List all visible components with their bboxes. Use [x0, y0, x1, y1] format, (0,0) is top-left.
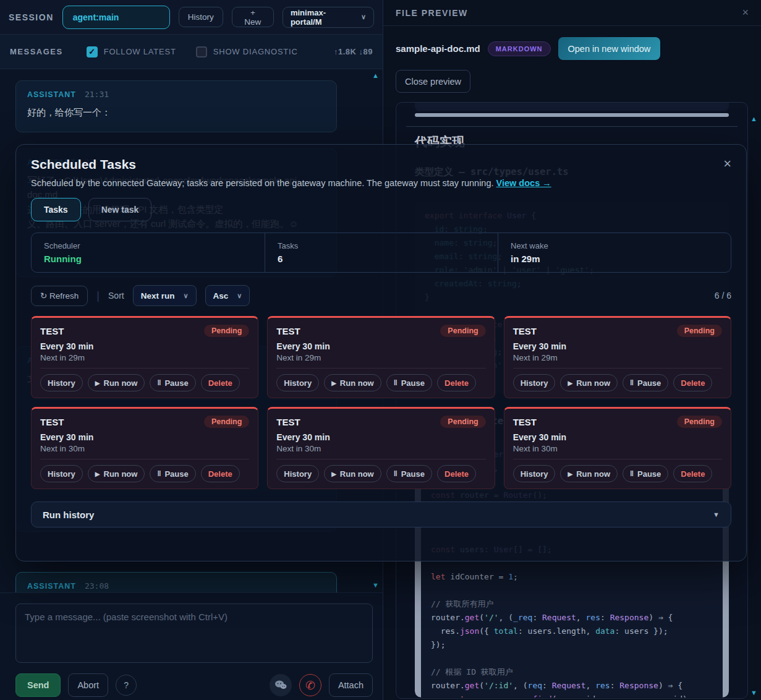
- task-history-button[interactable]: History: [513, 374, 556, 391]
- task-run-now-button[interactable]: ▶Run now: [560, 374, 618, 391]
- composer: Send Abort ? ✆ Attach: [0, 592, 383, 700]
- play-icon: ▶: [95, 380, 100, 386]
- task-run-now-button[interactable]: ▶Run now: [88, 465, 145, 482]
- message-time: 21:31: [85, 90, 109, 99]
- order-select[interactable]: Asc ∨: [205, 285, 250, 306]
- task-pause-button[interactable]: ‖Pause: [150, 465, 195, 482]
- scroll-up-icon[interactable]: ▲: [372, 72, 379, 79]
- task-schedule: Every 30 min: [513, 341, 722, 351]
- task-delete-button[interactable]: Delete: [673, 465, 712, 482]
- tab-new-task[interactable]: New task: [88, 198, 152, 221]
- model-select[interactable]: minimax-portal/M ∨: [283, 7, 374, 28]
- task-card: TEST Pending Every 30 min Next in 30m Hi…: [267, 407, 495, 489]
- follow-latest-checkbox[interactable]: ✓: [87, 46, 98, 58]
- message-input[interactable]: [15, 604, 373, 663]
- scroll-up-icon[interactable]: ▲: [750, 115, 757, 122]
- message-assistant-2308: ASSISTANT 23:08: [15, 572, 337, 592]
- task-run-now-button[interactable]: ▶Run now: [324, 374, 381, 391]
- attach-button[interactable]: Attach: [329, 673, 373, 697]
- task-pause-button[interactable]: ‖Pause: [150, 374, 195, 391]
- divider: [513, 368, 722, 369]
- file-name: sample-api-doc.md: [396, 43, 480, 54]
- modal-tabs: Tasks New task: [31, 198, 731, 221]
- scroll-down-icon[interactable]: ▼: [372, 581, 379, 589]
- task-grid: TEST Pending Every 30 min Next in 29m Hi…: [31, 316, 731, 489]
- play-icon: ▶: [568, 380, 572, 386]
- refresh-button[interactable]: ↻ Refresh: [31, 286, 88, 306]
- task-card: TEST Pending Every 30 min Next in 30m Hi…: [31, 407, 258, 489]
- message-role: ASSISTANT: [27, 90, 76, 99]
- task-status-badge: Pending: [204, 325, 249, 337]
- send-button[interactable]: Send: [15, 673, 61, 697]
- task-history-button[interactable]: History: [40, 374, 83, 391]
- close-preview-button[interactable]: Close preview: [396, 70, 470, 93]
- whatsapp-icon[interactable]: ✆: [299, 674, 321, 696]
- task-history-button[interactable]: History: [513, 465, 556, 482]
- pause-icon: ‖: [157, 378, 161, 387]
- model-select-value: minimax-portal/M: [291, 8, 356, 27]
- new-session-button[interactable]: + New: [232, 7, 274, 27]
- wechat-icon[interactable]: [270, 674, 292, 696]
- task-schedule: Every 30 min: [276, 341, 485, 351]
- stat-next-wake: Next wake in 29m: [498, 233, 731, 272]
- abort-button[interactable]: Abort: [68, 673, 108, 697]
- show-diagnostic-checkbox[interactable]: [196, 46, 207, 58]
- stat-scheduler: Scheduler Running: [32, 233, 265, 272]
- scheduled-tasks-modal: Scheduled Tasks × Scheduled by the conne…: [15, 144, 747, 561]
- chevron-down-icon: ∨: [237, 292, 242, 300]
- modal-close-icon[interactable]: ×: [723, 157, 731, 171]
- message-assistant-2131: ASSISTANT 21:31 好的，给你写一个：: [15, 80, 337, 132]
- caret-down-icon: ▼: [713, 511, 720, 518]
- tab-tasks[interactable]: Tasks: [31, 198, 81, 221]
- view-docs-link[interactable]: View docs →: [496, 178, 551, 188]
- open-new-window-button[interactable]: Open in new window: [558, 37, 661, 60]
- pause-icon: ‖: [630, 378, 634, 387]
- task-delete-button[interactable]: Delete: [201, 374, 240, 391]
- agent-input[interactable]: agent:main: [62, 6, 170, 29]
- task-status-badge: Pending: [204, 416, 249, 428]
- task-delete-button[interactable]: Delete: [437, 465, 476, 482]
- divider: [513, 459, 722, 459]
- task-pause-button[interactable]: ‖Pause: [386, 374, 432, 391]
- divider: |: [96, 289, 100, 302]
- task-run-now-button[interactable]: ▶Run now: [324, 465, 381, 482]
- pause-icon: ‖: [394, 469, 398, 478]
- play-icon: ▶: [331, 471, 336, 477]
- task-delete-button[interactable]: Delete: [673, 374, 712, 391]
- sort-select[interactable]: Next run ∨: [133, 285, 197, 306]
- message-role: ASSISTANT: [27, 582, 76, 591]
- stat-label: Scheduler: [44, 241, 252, 250]
- task-status-badge: Pending: [677, 416, 722, 428]
- task-history-button[interactable]: History: [276, 374, 319, 391]
- stat-label: Tasks: [278, 241, 485, 250]
- task-card: TEST Pending Every 30 min Next in 30m Hi…: [504, 407, 731, 489]
- horizontal-scrollbar[interactable]: [415, 113, 729, 117]
- task-history-button[interactable]: History: [40, 465, 83, 482]
- run-history-label: Run history: [43, 510, 94, 520]
- history-button[interactable]: History: [179, 7, 223, 27]
- modal-title: Scheduled Tasks: [31, 157, 136, 172]
- tasks-toolbar: ↻ Refresh | Sort Next run ∨ Asc ∨ 6 / 6: [31, 285, 731, 306]
- scroll-down-icon[interactable]: ▼: [750, 689, 757, 696]
- help-button[interactable]: ?: [116, 675, 137, 696]
- task-history-button[interactable]: History: [276, 465, 319, 482]
- task-name: TEST: [276, 326, 300, 336]
- stat-tasks: Tasks 6: [265, 233, 498, 272]
- task-pause-button[interactable]: ‖Pause: [386, 465, 432, 482]
- show-diagnostic-label: SHOW DIAGNOSTIC: [213, 47, 298, 56]
- file-row: sample-api-doc.md MARKDOWN Open in new w…: [383, 26, 761, 65]
- wechat-bubbles-icon: [274, 680, 287, 690]
- stat-label: Next wake: [511, 241, 718, 250]
- task-status-badge: Pending: [440, 416, 485, 428]
- task-next-run: Next in 29m: [40, 353, 249, 362]
- messages-header: MESSAGES ✓ FOLLOW LATEST SHOW DIAGNOSTIC…: [0, 35, 383, 69]
- close-panel-icon[interactable]: ×: [742, 6, 749, 19]
- run-history-toggle[interactable]: Run history ▼: [31, 502, 731, 527]
- task-run-now-button[interactable]: ▶Run now: [88, 374, 145, 391]
- stat-value: in 29m: [511, 254, 718, 264]
- task-pause-button[interactable]: ‖Pause: [623, 465, 668, 482]
- task-delete-button[interactable]: Delete: [201, 465, 240, 482]
- task-pause-button[interactable]: ‖Pause: [623, 374, 668, 391]
- task-run-now-button[interactable]: ▶Run now: [560, 465, 618, 482]
- task-delete-button[interactable]: Delete: [437, 374, 476, 391]
